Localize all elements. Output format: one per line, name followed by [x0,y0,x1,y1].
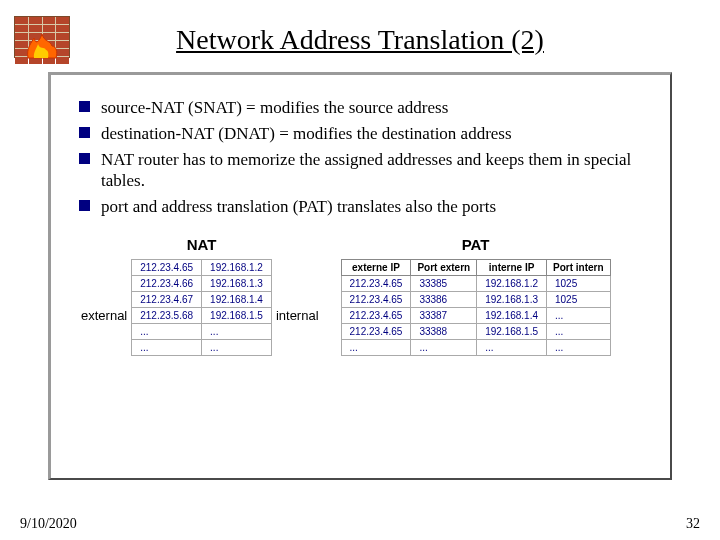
pat-title: PAT [462,236,490,253]
firewall-icon [14,16,70,58]
table-row: 212.23.5.68192.168.1.5 [132,307,272,323]
page-title: Network Address Translation (2) [24,24,696,56]
table-row: 212.23.4.6533385192.168.1.21025 [341,275,610,291]
footer-page-number: 32 [686,516,700,532]
page-footer: 9/10/2020 32 [20,516,700,532]
nat-block: NAT 212.23.4.65192.168.1.2 212.23.4.6619… [131,236,272,356]
table-row: ............ [341,339,610,355]
table-header-row: externe IP Port extern interne IP Port i… [341,259,610,275]
table-row: 212.23.4.6533388192.168.1.5... [341,323,610,339]
pat-table: externe IP Port extern interne IP Port i… [341,259,611,356]
content-frame: source-NAT (SNAT) = modifies the source … [48,72,672,480]
table-row: ...... [132,323,272,339]
bullet-item: source-NAT (SNAT) = modifies the source … [77,97,644,119]
footer-date: 9/10/2020 [20,516,77,532]
table-row: 212.23.4.65192.168.1.2 [132,259,272,275]
bullet-item: NAT router has to memorize the assigned … [77,149,644,193]
table-row: 212.23.4.6533386192.168.1.31025 [341,291,610,307]
tables-area: external NAT 212.23.4.65192.168.1.2 212.… [77,236,644,356]
nat-title: NAT [187,236,217,253]
pat-block: PAT externe IP Port extern interne IP Po… [341,236,611,356]
internal-label: internal [272,308,323,323]
slide: Network Address Translation (2) source-N… [0,0,720,540]
external-label: external [77,308,131,323]
nat-table: 212.23.4.65192.168.1.2 212.23.4.66192.16… [131,259,272,356]
table-row: 212.23.4.66192.168.1.3 [132,275,272,291]
bullet-item: port and address translation (PAT) trans… [77,196,644,218]
table-row: 212.23.4.6533387192.168.1.4... [341,307,610,323]
bullet-list: source-NAT (SNAT) = modifies the source … [77,97,644,218]
bullet-item: destination-NAT (DNAT) = modifies the de… [77,123,644,145]
table-row: 212.23.4.67192.168.1.4 [132,291,272,307]
table-row: ...... [132,339,272,355]
